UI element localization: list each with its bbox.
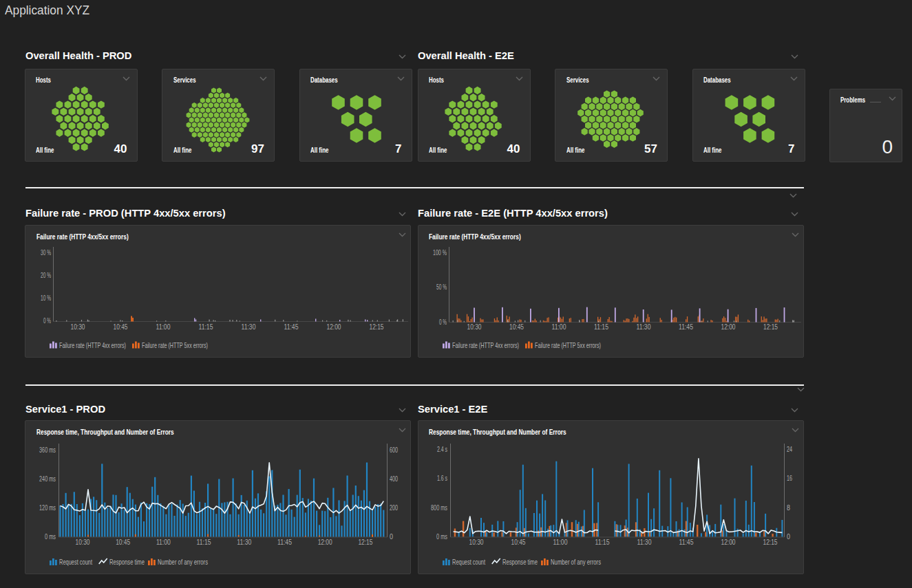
svg-text:10:45: 10:45: [511, 538, 525, 546]
svg-text:12:15: 12:15: [763, 323, 778, 331]
svg-text:10:45: 10:45: [116, 538, 130, 546]
svg-text:11:45: 11:45: [679, 323, 693, 331]
svg-text:Failure rate (HTTP 4xx errors): Failure rate (HTTP 4xx errors): [452, 341, 519, 349]
svg-text:11:15: 11:15: [595, 538, 609, 546]
svg-text:11:15: 11:15: [594, 323, 608, 331]
svg-text:10:30: 10:30: [76, 538, 90, 546]
svg-text:10:30: 10:30: [469, 538, 483, 546]
svg-text:Response time: Response time: [109, 558, 145, 566]
svg-text:11:45: 11:45: [284, 323, 299, 331]
svg-text:8: 8: [787, 503, 790, 511]
svg-text:30 %: 30 %: [41, 249, 51, 257]
svg-text:Request count: Request count: [452, 558, 485, 566]
svg-text:100 %: 100 %: [433, 249, 447, 257]
svg-text:Failure rate (HTTP 4xx errors): Failure rate (HTTP 4xx errors): [59, 341, 126, 349]
svg-text:11:15: 11:15: [197, 538, 211, 546]
svg-text:11:45: 11:45: [679, 538, 693, 546]
svg-text:600: 600: [390, 446, 398, 454]
svg-text:11:30: 11:30: [637, 538, 651, 546]
svg-text:11:00: 11:00: [156, 323, 171, 331]
svg-text:400: 400: [390, 475, 398, 483]
svg-text:11:00: 11:00: [551, 323, 566, 331]
svg-text:10:45: 10:45: [509, 323, 524, 331]
svg-text:800 ms: 800 ms: [431, 503, 447, 511]
svg-text:11:45: 11:45: [277, 538, 292, 546]
svg-text:0 ms: 0 ms: [45, 533, 56, 541]
svg-text:11:00: 11:00: [156, 538, 171, 546]
svg-text:12:00: 12:00: [318, 538, 332, 546]
svg-text:0 %: 0 %: [43, 317, 51, 325]
svg-text:12:15: 12:15: [370, 323, 384, 331]
svg-text:10 %: 10 %: [41, 294, 51, 302]
svg-text:Response time: Response time: [502, 558, 538, 566]
svg-text:11:30: 11:30: [636, 323, 650, 331]
svg-text:12:15: 12:15: [358, 538, 372, 546]
svg-text:10:30: 10:30: [467, 323, 481, 331]
svg-text:Failure rate (HTTP 5xx errors): Failure rate (HTTP 5xx errors): [142, 341, 208, 349]
svg-text:12:00: 12:00: [721, 538, 735, 546]
svg-text:120 ms: 120 ms: [39, 504, 56, 512]
svg-text:Failure rate (HTTP 5xx errors): Failure rate (HTTP 5xx errors): [535, 341, 601, 349]
svg-text:10:30: 10:30: [71, 323, 85, 331]
svg-text:360 ms: 360 ms: [39, 446, 56, 454]
svg-text:20 %: 20 %: [41, 272, 51, 279]
svg-text:11:15: 11:15: [199, 323, 213, 331]
svg-text:0 ms: 0 ms: [436, 532, 447, 540]
svg-text:Number of any errors: Number of any errors: [551, 558, 601, 566]
svg-text:200: 200: [390, 504, 398, 512]
svg-text:11:00: 11:00: [553, 538, 567, 546]
svg-text:11:30: 11:30: [242, 323, 256, 331]
svg-text:Number of any errors: Number of any errors: [158, 558, 208, 566]
svg-text:50 %: 50 %: [436, 283, 447, 291]
svg-text:16: 16: [787, 475, 792, 482]
svg-text:240 ms: 240 ms: [39, 475, 56, 483]
svg-text:2.4 s: 2.4 s: [437, 446, 447, 453]
svg-text:12:15: 12:15: [763, 538, 777, 546]
svg-text:1.6 s: 1.6 s: [437, 475, 447, 482]
svg-text:Request count: Request count: [59, 558, 92, 566]
svg-text:10:45: 10:45: [114, 323, 128, 331]
svg-text:24: 24: [787, 446, 792, 453]
svg-text:0: 0: [390, 533, 393, 541]
svg-text:11:30: 11:30: [237, 538, 251, 546]
svg-text:0 %: 0 %: [439, 318, 447, 326]
svg-text:0: 0: [787, 532, 790, 540]
svg-text:12:00: 12:00: [327, 323, 341, 331]
svg-text:12:00: 12:00: [721, 323, 735, 331]
